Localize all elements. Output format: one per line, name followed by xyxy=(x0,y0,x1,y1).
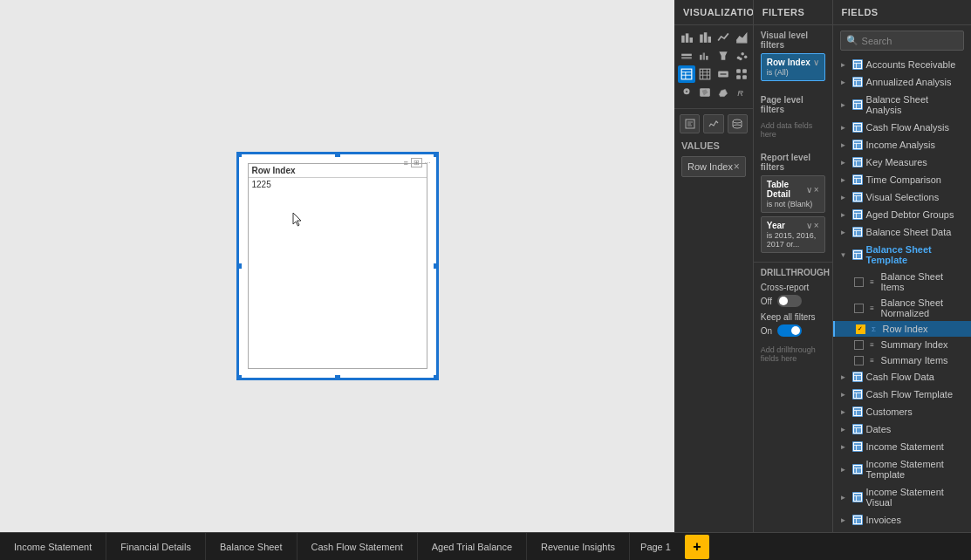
field-group-header-10[interactable]: ▼Balance Sheet Template xyxy=(833,241,971,269)
field-item-10-2[interactable]: ΣRow Index xyxy=(833,321,971,337)
map-icon[interactable] xyxy=(678,84,695,101)
filter-table-detail-chevron[interactable]: ∨ xyxy=(806,185,812,195)
field-group-icon-6 xyxy=(852,174,863,185)
field-item-type-icon-10-0: ≡ xyxy=(867,277,878,287)
format-tab[interactable] xyxy=(680,114,700,133)
visual-frame[interactable]: ≡ ⊞ ··· Row Index 1225 xyxy=(237,153,438,379)
field-group-2: ►Balance Sheet Analysis xyxy=(833,91,971,119)
field-item-checkbox-10-2[interactable] xyxy=(856,324,865,334)
filter-card-row-index[interactable]: Row Index ∨ is (All) xyxy=(761,53,825,81)
field-group-header-0[interactable]: ►Accounts Receivable xyxy=(833,56,971,73)
funnel-icon[interactable] xyxy=(715,47,732,65)
field-group-name-17: Income Statement Visual xyxy=(866,487,964,508)
field-item-checkbox-10-3[interactable] xyxy=(854,340,864,350)
data-tab[interactable] xyxy=(728,114,748,133)
fields-search-box[interactable]: 🔍 xyxy=(840,31,964,51)
filled-map-icon[interactable] xyxy=(696,84,714,101)
waterfall-icon[interactable] xyxy=(696,47,714,65)
field-item-checkbox-10-0[interactable] xyxy=(854,277,864,287)
field-group-header-3[interactable]: ►Cash Flow Analysis xyxy=(833,119,971,136)
tab-3[interactable]: Cash Flow Statement xyxy=(297,533,418,560)
table-cell-value: 1225 xyxy=(249,178,427,192)
scatter-icon[interactable] xyxy=(733,47,750,65)
search-input[interactable] xyxy=(862,36,971,46)
field-item-10-3[interactable]: ≡Summary Index xyxy=(833,337,971,352)
field-group-header-13[interactable]: ►Customers xyxy=(833,403,971,420)
field-item-10-0[interactable]: ≡Balance Sheet Items xyxy=(833,269,971,295)
shape-map-icon[interactable] xyxy=(715,84,732,101)
card-icon[interactable] xyxy=(715,65,732,83)
resize-handle-top-right[interactable] xyxy=(434,152,439,157)
field-item-checkbox-10-4[interactable] xyxy=(854,356,864,365)
values-remove-button[interactable]: × xyxy=(734,160,740,173)
field-group-name-6: Time Comparison xyxy=(866,174,964,185)
filter-row-index-chevron[interactable]: ∨ xyxy=(813,58,819,67)
field-group-header-1[interactable]: ►Annualized Analysis xyxy=(833,73,971,91)
field-group-chevron-18: ► xyxy=(840,516,849,524)
resize-handle-top-left[interactable] xyxy=(236,152,242,157)
table-visual-icon[interactable] xyxy=(678,65,695,83)
field-group-icon-8 xyxy=(852,209,863,220)
field-group-header-18[interactable]: ►Invoices xyxy=(833,511,971,529)
field-group-header-7[interactable]: ►Visual Selections xyxy=(833,188,971,206)
field-group-header-2[interactable]: ►Balance Sheet Analysis xyxy=(833,91,971,119)
analytics-tab[interactable] xyxy=(703,114,723,133)
r-visual-icon[interactable]: R xyxy=(733,84,750,101)
field-item-label-10-2: Row Index xyxy=(883,324,928,334)
resize-handle-mid-left[interactable] xyxy=(236,263,242,269)
resize-handle-bot-right[interactable] xyxy=(434,375,439,380)
field-group-header-4[interactable]: ►Income Analysis xyxy=(833,136,971,154)
field-group-name-5: Key Measures xyxy=(866,157,964,167)
svg-rect-34 xyxy=(742,75,747,79)
resize-handle-bot-left[interactable] xyxy=(236,375,242,380)
field-group-name-10: Balance Sheet Template xyxy=(866,244,964,265)
tab-2[interactable]: Balance Sheet xyxy=(206,533,297,560)
svg-rect-64 xyxy=(853,159,861,167)
tab-1[interactable]: Financial Details xyxy=(106,533,206,560)
field-group-header-15[interactable]: ►Income Statement xyxy=(833,438,971,455)
multi-card-icon[interactable] xyxy=(733,65,750,83)
field-group-header-5[interactable]: ►Key Measures xyxy=(833,154,971,171)
visualizations-panel: VISUALIZATIONS › xyxy=(674,0,754,532)
field-group-header-8[interactable]: ►Aged Debtor Groups xyxy=(833,206,971,223)
field-group-name-4: Income Analysis xyxy=(866,140,964,150)
matrix-icon[interactable] xyxy=(696,65,714,83)
field-group-header-12[interactable]: ►Cash Flow Template xyxy=(833,386,971,403)
filter-year-chevron[interactable]: ∨ xyxy=(806,221,812,230)
field-group-0: ►Accounts Receivable xyxy=(833,56,971,73)
tab-5[interactable]: Revenue Insights xyxy=(527,533,630,560)
field-item-10-4[interactable]: ≡Summary Items xyxy=(833,352,971,368)
svg-rect-88 xyxy=(853,408,861,416)
field-group-header-11[interactable]: ►Cash Flow Data xyxy=(833,368,971,386)
page-level-filters-section: Page level filters Add data fields here xyxy=(754,90,832,147)
filter-year-remove[interactable]: × xyxy=(814,221,819,230)
ribbon-chart-icon[interactable] xyxy=(678,47,695,65)
clustered-bar-icon[interactable] xyxy=(696,29,714,46)
line-chart-icon[interactable] xyxy=(715,29,732,46)
filter-card-year[interactable]: Year ∨ × is 2015, 2016, 2017 or... xyxy=(761,216,825,253)
svg-rect-1 xyxy=(686,33,689,43)
field-group-header-16[interactable]: ►Income Statement Template xyxy=(833,455,971,483)
values-field[interactable]: Row Index × xyxy=(681,156,746,177)
resize-handle-mid-right[interactable] xyxy=(434,263,439,269)
field-item-checkbox-10-1[interactable] xyxy=(854,304,864,313)
resize-handle-bot-mid[interactable] xyxy=(335,375,340,380)
resize-handle-top-mid[interactable] xyxy=(335,152,340,157)
field-item-10-1[interactable]: ≡Balance Sheet Normalized xyxy=(833,295,971,321)
stacked-bar-icon[interactable] xyxy=(678,29,695,46)
field-group-header-17[interactable]: ►Income Statement Visual xyxy=(833,483,971,511)
svg-rect-58 xyxy=(853,124,861,132)
field-group-header-14[interactable]: ►Dates xyxy=(833,420,971,438)
filter-table-detail-remove[interactable]: × xyxy=(814,185,819,195)
tab-4[interactable]: Aged Trial Balance xyxy=(418,533,527,560)
add-page-button[interactable]: + xyxy=(685,535,709,559)
keep-filters-toggle[interactable] xyxy=(777,324,802,337)
field-group-header-6[interactable]: ►Time Comparison xyxy=(833,171,971,188)
area-chart-icon[interactable] xyxy=(733,29,750,46)
field-group-header-9[interactable]: ►Balance Sheet Data xyxy=(833,223,971,241)
cross-report-toggle[interactable] xyxy=(777,295,802,307)
filter-card-table-detail[interactable]: Table Detail ∨ × is not (Blank) xyxy=(761,175,825,213)
tab-0[interactable]: Income Statement xyxy=(0,533,106,560)
svg-rect-97 xyxy=(853,466,861,474)
svg-rect-76 xyxy=(853,229,861,236)
